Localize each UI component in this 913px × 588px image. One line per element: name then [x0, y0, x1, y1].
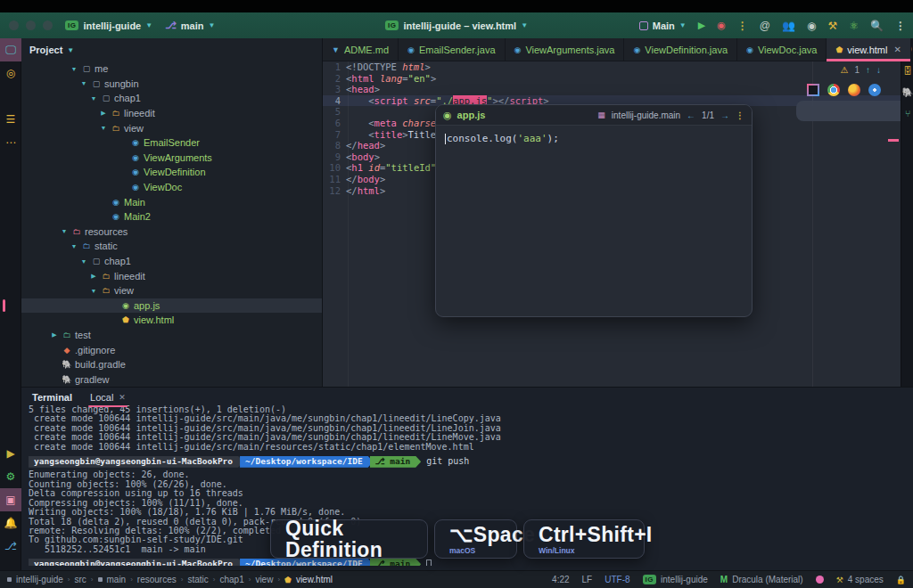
dependencies-tool-button[interactable]: ⑂ — [901, 102, 913, 124]
popup-header[interactable]: ◉ app.js ▦ intellij-guide.main ← 1/1 → ⋮ — [436, 105, 752, 126]
record-icon[interactable]: ◉ — [807, 20, 816, 32]
ai-assistant-icon[interactable]: @ — [760, 20, 770, 32]
run-button[interactable]: ▶ — [698, 20, 705, 31]
terminal-prompt[interactable]: yangseongbin@yangseongbin-ui-MacBookPro~… — [29, 455, 913, 468]
gradle-tool-button[interactable]: 🐘 — [901, 81, 913, 102]
run-tool-button[interactable]: ▶ — [0, 442, 21, 465]
breadcrumb-item-resources[interactable]: resources — [137, 575, 177, 584]
tree-item-Main2[interactable]: ◉Main2 — [21, 209, 322, 225]
more-tool-windows-button[interactable]: ⋯ — [0, 131, 21, 154]
code-with-me-icon[interactable]: 👥 — [782, 20, 795, 32]
close-icon[interactable]: ✕ — [893, 45, 901, 54]
tree-item-lineedit[interactable]: ▶🗀lineedit — [21, 106, 322, 121]
tree-item-gradlew[interactable]: 🐘gradlew — [21, 372, 322, 387]
editor-tab-ViewArguments.java[interactable]: ◉ViewArguments.java — [506, 38, 625, 61]
accent-color-dot-icon[interactable] — [816, 576, 824, 584]
chevron-icon[interactable]: ▼ — [87, 288, 100, 294]
problems-tool-button[interactable]: 🔔 — [0, 511, 21, 535]
zoom-window-button[interactable] — [43, 20, 53, 30]
terminal-prompt[interactable]: yangseongbin@yangseongbin-ui-MacBookPro~… — [29, 558, 913, 566]
profile-button[interactable]: ◉ — [717, 20, 726, 31]
popup-code[interactable]: console.log('aaa'); — [436, 126, 752, 151]
editor-tab-ADME.md[interactable]: ▼ADME.md — [323, 38, 399, 61]
github-icon[interactable] — [0, 85, 21, 108]
tree-item-EmailSender[interactable]: ◉EmailSender — [21, 135, 322, 151]
scrollbar-error-stripe-mark[interactable] — [888, 139, 899, 142]
tree-item-view[interactable]: ▼🗀view — [21, 283, 322, 298]
tree-item-chap1[interactable]: ▼▢chap1 — [21, 254, 322, 269]
build-tools-icon[interactable]: ⚒ — [827, 20, 837, 32]
breadcrumb-item-main[interactable]: main — [107, 575, 127, 584]
run-configuration-selector[interactable]: Main ▼ — [639, 20, 687, 31]
project-tool-button[interactable]: 🖵 — [0, 38, 21, 61]
tree-item-static[interactable]: ▼🗀static — [21, 239, 322, 254]
caret-position[interactable]: 4:22 — [552, 575, 569, 584]
inspections-widget[interactable]: ⚠ 1 ↑ ↓ — [840, 65, 881, 75]
breadcrumb-item-chap1[interactable]: chap1 — [219, 575, 243, 584]
database-tool-button[interactable]: 🗄 — [901, 60, 913, 81]
tree-item-ViewArguments[interactable]: ◉ViewArguments — [21, 151, 322, 166]
chevron-icon[interactable]: ▼ — [78, 258, 90, 265]
tree-item-build.gradle[interactable]: 🐘build.gradle — [21, 357, 322, 372]
breadcrumb-item-intellij-guide[interactable]: intellij-guide — [16, 575, 63, 584]
minimize-window-button[interactable] — [26, 20, 36, 30]
chevron-icon[interactable]: ▼ — [97, 125, 110, 131]
back-arrow-icon[interactable]: ← — [687, 110, 695, 120]
commit-tool-button[interactable]: ◎ — [0, 61, 21, 85]
tree-item-Main[interactable]: ◉Main — [21, 194, 322, 209]
chevron-icon[interactable]: ▼ — [68, 243, 80, 249]
breadcrumb-item-src[interactable]: src — [74, 575, 86, 584]
tree-item-me[interactable]: ▼▢me — [21, 61, 322, 77]
tree-item-chap1[interactable]: ▼▢chap1 — [21, 91, 322, 106]
indent-widget[interactable]: ⚒ 4 spaces — [836, 575, 884, 584]
popup-kebab-icon[interactable]: ⋮ — [736, 110, 744, 120]
services-tool-button[interactable]: ⚙ — [0, 465, 21, 488]
main-menu-kebab-icon[interactable]: ⋮ — [895, 20, 906, 32]
tree-item-ViewDefinition[interactable]: ◉ViewDefinition — [21, 165, 322, 180]
chevron-icon[interactable]: ▼ — [58, 228, 70, 234]
chrome-browser-icon[interactable] — [827, 84, 840, 96]
tree-item-app.js[interactable]: ◉app.js — [21, 298, 322, 314]
breadcrumb-item-view[interactable]: view — [255, 575, 273, 584]
tree-item-view.html[interactable]: ⬟view.html — [21, 313, 322, 328]
chevron-icon[interactable]: ▼ — [78, 80, 90, 86]
code-line-2[interactable]: 2<html lang="en"> — [323, 73, 901, 85]
project-widget[interactable]: IG intellij-guide ▼ — [65, 20, 152, 31]
lock-icon[interactable]: 🔒 — [896, 576, 906, 584]
status-project-widget[interactable]: IG intellij-guide — [643, 575, 708, 584]
close-icon[interactable]: ✕ — [119, 393, 126, 402]
editor-tab-EmailSender.java[interactable]: ◉EmailSender.java — [399, 38, 505, 61]
breadcrumb-item-view.html[interactable]: view.html — [296, 575, 333, 584]
plugins-atom-icon[interactable]: ⚛ — [849, 20, 859, 32]
chevron-icon[interactable]: ▶ — [97, 110, 110, 117]
tree-item-lineedit[interactable]: ▶🗀lineedit — [21, 268, 322, 283]
tree-item-test[interactable]: ▶🗀test — [21, 328, 322, 343]
breadcrumb[interactable]: intellij-guide›src›main›resources›static… — [7, 575, 333, 584]
chevron-icon[interactable]: ▶ — [48, 331, 61, 339]
firefox-browser-icon[interactable] — [848, 84, 860, 96]
editor-tab-ViewDoc.java[interactable]: ◉ViewDoc.java — [737, 38, 827, 61]
more-run-options-button[interactable]: ⋮ — [737, 20, 748, 32]
theme-widget[interactable]: M Dracula (Material) — [720, 575, 803, 584]
terminal-tool-button[interactable]: ▣ — [0, 488, 21, 511]
editor-tab-ViewDefinition.java[interactable]: ◉ViewDefinition.java — [624, 38, 737, 61]
tree-item-view[interactable]: ▼🗀view — [21, 120, 322, 135]
terminal-tab-local[interactable]: Local ✕ — [88, 388, 127, 407]
forward-arrow-icon[interactable]: → — [720, 110, 729, 120]
chevron-icon[interactable]: ▼ — [87, 95, 100, 102]
chevron-icon[interactable]: ▶ — [87, 273, 100, 280]
code-line-1[interactable]: 1<!DOCTYPE html> — [323, 61, 901, 73]
branch-widget[interactable]: ⎇ main ▼ — [165, 20, 215, 31]
tree-item-.gitignore[interactable]: ◆.gitignore — [21, 342, 322, 357]
editor-tab-view.html[interactable]: ⬟view.html✕ — [827, 38, 910, 61]
line-ending[interactable]: LF — [582, 575, 593, 584]
built-in-preview-icon[interactable] — [807, 84, 819, 96]
tree-item-ViewDoc[interactable]: ◉ViewDoc — [21, 180, 322, 195]
tree-item-resources[interactable]: ▼🗀resources — [21, 225, 322, 240]
file-encoding[interactable]: UTF-8 — [605, 575, 629, 584]
breadcrumb-item-static[interactable]: static — [187, 575, 208, 584]
tree-item-sungbin[interactable]: ▼▢sungbin — [21, 77, 322, 92]
prev-problem-arrow-icon[interactable]: ↑ — [866, 65, 870, 75]
window-controls[interactable] — [9, 20, 53, 30]
project-panel-header[interactable]: Project ▼ — [21, 38, 322, 61]
